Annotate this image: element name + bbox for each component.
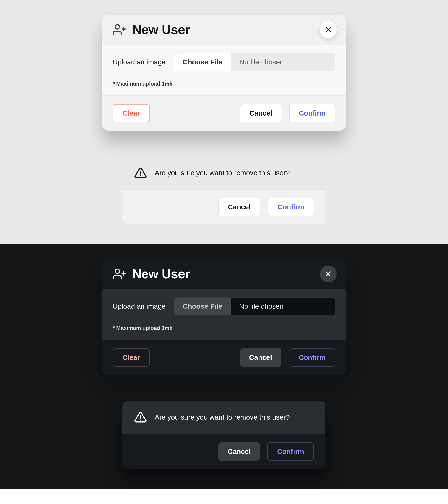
- cancel-button[interactable]: Cancel: [218, 198, 260, 216]
- close-icon: [325, 270, 332, 277]
- modal-footer: Clear Cancel Confirm: [102, 96, 346, 131]
- modal-header: New User: [102, 259, 346, 289]
- close-button[interactable]: [320, 266, 337, 282]
- upload-label: Upload an image: [113, 58, 166, 66]
- warning-icon: [134, 411, 147, 424]
- modal-header: New User: [102, 15, 346, 45]
- remove-user-alert: Are you sure you want to remove this use…: [123, 401, 325, 469]
- svg-point-7: [115, 269, 120, 273]
- add-user-icon: [113, 267, 126, 280]
- new-user-modal: New User Upload an image Choose File No …: [102, 259, 346, 375]
- svg-point-0: [115, 25, 120, 29]
- close-icon: [325, 26, 332, 33]
- upload-note: * Maximum upload 1mb: [113, 81, 335, 87]
- modal-footer: Clear Cancel Confirm: [102, 340, 346, 375]
- alert-footer: Cancel Confirm: [123, 434, 325, 469]
- upload-row: Upload an image Choose File No file chos…: [113, 53, 335, 71]
- light-theme-section: New User Upload an image Choose File No …: [0, 0, 448, 244]
- file-status: No file chosen: [231, 54, 335, 71]
- modal-title: New User: [132, 267, 313, 281]
- cancel-button[interactable]: Cancel: [240, 348, 281, 367]
- alert-text: Are you sure you want to remove this use…: [155, 169, 290, 177]
- modal-body: Upload an image Choose File No file chos…: [102, 45, 346, 96]
- upload-note: * Maximum upload 1mb: [113, 325, 335, 331]
- cancel-button[interactable]: Cancel: [240, 104, 282, 122]
- close-button[interactable]: [320, 21, 337, 38]
- clear-button[interactable]: Clear: [113, 104, 150, 122]
- alert-body: Are you sure you want to remove this use…: [123, 401, 325, 434]
- alert-text: Are you sure you want to remove this use…: [155, 413, 290, 421]
- file-input[interactable]: Choose File No file chosen: [174, 53, 335, 71]
- new-user-modal: New User Upload an image Choose File No …: [102, 15, 346, 131]
- remove-user-alert: Are you sure you want to remove this use…: [123, 156, 325, 224]
- modal-body: Upload an image Choose File No file chos…: [102, 289, 346, 340]
- alert-body: Are you sure you want to remove this use…: [123, 156, 325, 189]
- upload-label: Upload an image: [113, 302, 166, 310]
- choose-file-button[interactable]: Choose File: [174, 54, 231, 71]
- file-status: No file chosen: [231, 298, 335, 315]
- alert-footer: Cancel Confirm: [123, 189, 325, 224]
- dark-theme-section: New User Upload an image Choose File No …: [0, 244, 448, 489]
- cancel-button[interactable]: Cancel: [218, 442, 260, 461]
- confirm-button[interactable]: Confirm: [289, 104, 335, 122]
- choose-file-button[interactable]: Choose File: [174, 298, 231, 315]
- confirm-button[interactable]: Confirm: [289, 348, 335, 367]
- confirm-button[interactable]: Confirm: [268, 198, 314, 216]
- modal-title: New User: [132, 22, 313, 37]
- clear-button[interactable]: Clear: [113, 348, 150, 367]
- warning-icon: [134, 167, 147, 179]
- upload-row: Upload an image Choose File No file chos…: [113, 298, 335, 315]
- file-input[interactable]: Choose File No file chosen: [174, 298, 335, 315]
- add-user-icon: [113, 23, 126, 36]
- confirm-button[interactable]: Confirm: [268, 442, 314, 461]
